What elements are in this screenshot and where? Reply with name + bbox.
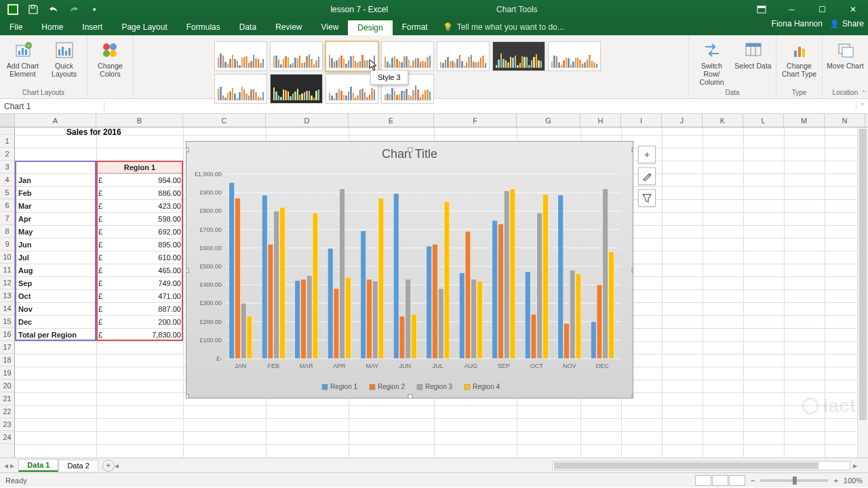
ribbon-display-icon[interactable] [746, 0, 776, 19]
formula-expand-icon[interactable]: ˅ [856, 102, 868, 110]
row-header-4[interactable]: 4 [0, 174, 14, 186]
cell[interactable]: 886.00 [96, 186, 183, 199]
cell[interactable]: Nov [15, 302, 96, 315]
cell[interactable]: Jan [15, 174, 96, 186]
cell[interactable]: 887.00 [96, 302, 183, 315]
row-header-18[interactable]: 18 [0, 354, 14, 367]
cell[interactable]: Dec [15, 315, 96, 328]
tab-view[interactable]: View [312, 19, 349, 35]
cell[interactable]: Total per Region [15, 328, 96, 341]
tab-page-layout[interactable]: Page Layout [112, 19, 176, 35]
zoom-in-button[interactable]: + [833, 476, 837, 485]
col-header-D[interactable]: D [266, 114, 349, 127]
row-header-24[interactable]: 24 [0, 431, 14, 444]
cell[interactable]: Feb [15, 186, 96, 199]
name-box[interactable]: Chart 1 [0, 102, 104, 111]
cell[interactable]: Apr [15, 212, 96, 225]
move-chart-button[interactable]: Move Chart [827, 40, 864, 70]
tab-review[interactable]: Review [266, 19, 311, 35]
redo-icon[interactable] [65, 2, 83, 17]
col-header-M[interactable]: M [784, 114, 825, 127]
row-header-16[interactable]: 16 [0, 328, 14, 341]
col-header-H[interactable]: H [580, 114, 621, 127]
view-buttons[interactable] [695, 475, 745, 486]
tab-home[interactable]: Home [32, 19, 73, 35]
page-break-view-button[interactable] [729, 475, 745, 486]
col-header-F[interactable]: F [434, 114, 517, 127]
chart-plot-area[interactable]: £1,000.00£900.00£800.00£700.00£600.00£50… [186, 142, 633, 398]
zoom-level[interactable]: 100% [844, 476, 863, 485]
collapse-ribbon-icon[interactable]: ˄ [862, 89, 865, 97]
row-header-13[interactable]: 13 [0, 289, 14, 302]
horizontal-scrollbar[interactable]: ◂ ▸ [115, 461, 857, 470]
add-chart-element-button[interactable]: + Add Chart Element [4, 40, 41, 78]
cell[interactable]: 465.00 [96, 264, 183, 277]
row-header-14[interactable]: 14 [0, 302, 14, 315]
normal-view-button[interactable] [695, 475, 711, 486]
col-header-A[interactable]: A [15, 114, 96, 127]
zoom-out-button[interactable]: − [751, 476, 755, 485]
vertical-scrollbar[interactable] [857, 127, 868, 458]
row-header-3[interactable]: 3 [0, 161, 14, 174]
row-header-7[interactable]: 7 [0, 212, 14, 225]
tab-file[interactable]: File [0, 19, 32, 35]
quick-layout-button[interactable]: Quick Layouts [45, 40, 83, 78]
page-layout-view-button[interactable] [712, 475, 728, 486]
cell[interactable]: Sep [15, 277, 96, 289]
select-all-corner[interactable] [0, 114, 15, 127]
row-header-23[interactable]: 23 [0, 418, 14, 431]
sheet-nav[interactable]: ◂ ▸ [0, 461, 18, 470]
col-header-B[interactable]: B [96, 114, 183, 127]
col-header-N[interactable]: N [825, 114, 865, 127]
chart-style-1[interactable] [214, 41, 267, 71]
chart-style-4[interactable] [381, 41, 434, 71]
col-header-C[interactable]: C [183, 114, 266, 127]
change-chart-type-button[interactable]: Change Chart Type [781, 40, 818, 78]
cell[interactable]: 610.00 [96, 251, 183, 264]
chart-styles-button[interactable] [638, 167, 656, 185]
user-name[interactable]: Fiona Hannon [772, 19, 823, 28]
cell[interactable]: 200.00 [96, 315, 183, 328]
col-header-I[interactable]: I [621, 114, 662, 127]
chart-style-8[interactable] [214, 74, 267, 104]
row-header-9[interactable]: 9 [0, 238, 14, 251]
chart-style-9[interactable] [270, 74, 323, 104]
row-header-1[interactable]: 1 [0, 135, 14, 148]
cell[interactable]: 749.00 [96, 277, 183, 289]
undo-icon[interactable] [45, 2, 62, 17]
chart-elements-button[interactable]: + [638, 146, 656, 163]
row-header-6[interactable]: 6 [0, 199, 14, 212]
cell[interactable]: 895.00 [96, 238, 183, 251]
col-header-E[interactable]: E [349, 114, 434, 127]
row-header-8[interactable]: 8 [0, 225, 14, 238]
zoom-slider[interactable] [760, 479, 828, 482]
qat-more-icon[interactable]: ▾ [85, 2, 103, 17]
row-header-19[interactable]: 19 [0, 367, 14, 380]
row-header-12[interactable]: 12 [0, 277, 14, 289]
sheet-tab-data1[interactable]: Data 1 [18, 459, 58, 472]
row-header-10[interactable]: 10 [0, 251, 14, 264]
row-header-22[interactable]: 22 [0, 405, 14, 418]
chart-style-5[interactable] [437, 41, 490, 71]
col-header-L[interactable]: L [743, 114, 784, 127]
row-header-11[interactable]: 11 [0, 264, 14, 277]
cell[interactable]: 423.00 [96, 199, 183, 212]
cell[interactable]: 7,830.00 [96, 328, 183, 341]
save-icon[interactable] [24, 2, 42, 17]
tell-me-search[interactable]: 💡 Tell me what you want to do... [443, 19, 564, 35]
cell[interactable]: 954.00 [96, 174, 183, 186]
cell[interactable]: Jun [15, 238, 96, 251]
row-header-15[interactable]: 15 [0, 315, 14, 328]
switch-row-column-button[interactable]: Switch Row/ Column [693, 40, 730, 86]
row-header-5[interactable]: 5 [0, 186, 14, 199]
close-button[interactable]: ✕ [837, 0, 868, 19]
minimize-button[interactable]: ─ [776, 0, 807, 19]
chart-style-7[interactable] [548, 41, 601, 71]
cell[interactable]: 471.00 [96, 289, 183, 302]
cell[interactable]: May [15, 225, 96, 238]
row-header-0[interactable] [0, 127, 14, 135]
col-header-K[interactable]: K [703, 114, 743, 127]
change-colors-button[interactable]: Change Colors [92, 40, 129, 78]
cells-area[interactable]: Sales for 2016 Chart Title £1,000.00£900… [15, 127, 868, 458]
tab-data[interactable]: Data [230, 19, 266, 35]
